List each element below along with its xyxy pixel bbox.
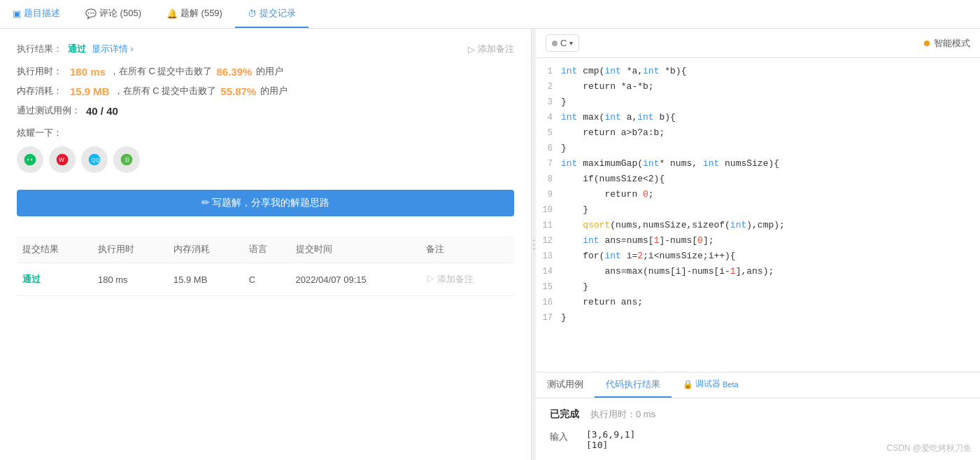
smart-dot-icon xyxy=(924,41,930,46)
result-detail-link[interactable]: 显示详情 › xyxy=(92,43,134,55)
editor-topbar: C ▾ 智能模式 xyxy=(536,29,980,58)
line-content: qsort(nums,numsSize,sizeof(int),cmp); xyxy=(561,218,980,233)
col-header-note: 备注 xyxy=(420,236,514,263)
line-content: int max(int a,int b){ xyxy=(561,110,980,125)
line-content: return a>b?a:b; xyxy=(561,125,980,141)
line-number: 17 xyxy=(536,310,561,326)
col-header-lang: 语言 xyxy=(243,236,290,263)
tab-test-case[interactable]: 测试用例 xyxy=(536,372,595,398)
line-content: int cmp(int *a,int *b){ xyxy=(561,64,980,79)
bottom-result-area: 已完成 执行用时：0 ms 输入 [3,6,9,1] [10] xyxy=(536,398,980,460)
test-cases-row: 通过测试用例： 40 / 40 xyxy=(17,104,514,117)
write-solution-button[interactable]: ✏ 写题解，分享我的解题思路 xyxy=(17,190,514,216)
tab-submissions[interactable]: ⏱ 提交记录 xyxy=(235,0,308,28)
line-number: 16 xyxy=(536,295,561,310)
line-content: } xyxy=(561,279,980,295)
line-number: 14 xyxy=(536,264,561,279)
table-row: 通过 180 ms 15.9 MB C 2022/04/07 09:15 ▷ 添… xyxy=(17,263,514,296)
lock-icon: 🔒 xyxy=(683,379,693,389)
row-submitted: 2022/04/07 09:15 xyxy=(290,263,420,296)
code-line: 10 } xyxy=(536,202,980,218)
code-line: 8 if(numsSize<2){ xyxy=(536,172,980,187)
description-icon: ▣ xyxy=(13,8,21,19)
memory-suffix: 的用户 xyxy=(260,85,287,97)
tab-comments[interactable]: 💬 评论 (505) xyxy=(73,0,154,28)
memory-desc: ，在所有 C 提交中击败了 xyxy=(114,85,217,97)
add-note-button[interactable]: ▷ 添加备注 xyxy=(468,43,514,55)
line-content: } xyxy=(561,141,980,156)
smart-mode-toggle[interactable]: 智能模式 xyxy=(924,37,970,50)
col-header-time: 执行用时 xyxy=(92,236,168,263)
submission-table: 提交结果 执行用时 内存消耗 语言 提交时间 备注 通过 180 ms 15.9… xyxy=(17,236,514,296)
debugger-beta-label: 🔒 调试器 Beta xyxy=(683,378,739,390)
line-content: for(int i=2;i<numsSize;i++){ xyxy=(561,249,980,264)
line-number: 10 xyxy=(536,202,561,218)
solutions-icon: 🔔 xyxy=(166,8,178,19)
code-line: 11 qsort(nums,numsSize,sizeof(int),cmp); xyxy=(536,218,980,233)
row-status: 通过 xyxy=(22,274,41,284)
language-selector[interactable]: C ▾ xyxy=(546,34,579,52)
line-content: int maximumGap(int* nums, int numsSize){ xyxy=(561,156,980,172)
code-line: 13 for(int i=2;i<numsSize;i++){ xyxy=(536,249,980,264)
douban-icon[interactable]: 豆 xyxy=(113,146,140,173)
line-number: 12 xyxy=(536,233,561,249)
main-layout: 执行结果： 通过 显示详情 › ▷ 添加备注 执行用时： 180 ms ，在所有… xyxy=(0,29,980,460)
wechat-icon[interactable] xyxy=(17,146,43,173)
exec-time-value: 180 ms xyxy=(70,66,106,78)
tab-solutions[interactable]: 🔔 题解 (559) xyxy=(154,0,235,28)
code-line: 15 } xyxy=(536,279,980,295)
line-content: } xyxy=(561,202,980,218)
line-content: ans=max(nums[i]-nums[i-1],ans); xyxy=(561,264,980,279)
code-line: 17} xyxy=(536,310,980,326)
test-cases-label: 通过测试用例： xyxy=(17,104,80,117)
test-cases-value: 40 / 40 xyxy=(86,105,118,117)
tab-exec-result[interactable]: 代码执行结果 xyxy=(595,372,672,398)
exec-time-pct: 86.39% xyxy=(217,66,253,78)
col-header-submitted: 提交时间 xyxy=(290,236,420,263)
input-values: [3,6,9,1] [10] xyxy=(586,429,635,450)
code-line: 16 return ans; xyxy=(536,295,980,310)
row-memory: 15.9 MB xyxy=(168,263,243,296)
line-content: return ans; xyxy=(561,295,980,310)
share-label: 炫耀一下： xyxy=(17,127,514,139)
completed-badge: 已完成 xyxy=(550,408,579,421)
lang-circle-icon xyxy=(552,41,558,46)
input-row: 输入 [3,6,9,1] [10] xyxy=(550,429,966,450)
code-line: 6} xyxy=(536,141,980,156)
result-row: 执行结果： 通过 显示详情 › ▷ 添加备注 xyxy=(17,43,514,55)
exec-time-label: 执行用时： xyxy=(17,65,66,78)
tab-description[interactable]: ▣ 题目描述 xyxy=(0,0,73,28)
chevron-down-icon: ▾ xyxy=(569,39,573,47)
line-content: } xyxy=(561,95,980,110)
row-add-note[interactable]: ▷ 添加备注 xyxy=(426,273,509,286)
line-content: int ans=nums[1]-nums[0]; xyxy=(561,233,980,249)
line-content: if(numsSize<2){ xyxy=(561,172,980,187)
line-number: 9 xyxy=(536,187,561,202)
row-lang: C xyxy=(243,263,290,296)
line-number: 1 xyxy=(536,64,561,79)
exec-time-display: 执行用时：0 ms xyxy=(590,408,655,421)
tab-debugger[interactable]: 🔒 调试器 Beta xyxy=(672,372,750,398)
bottom-tabs-bar: 测试用例 代码执行结果 🔒 调试器 Beta xyxy=(536,372,980,398)
line-number: 2 xyxy=(536,79,561,95)
line-content: } xyxy=(561,310,980,326)
exec-time-stat: 执行用时： 180 ms ，在所有 C 提交中击败了 86.39% 的用户 xyxy=(17,65,514,78)
code-line: 5 return a>b?a:b; xyxy=(536,125,980,141)
line-number: 8 xyxy=(536,172,561,187)
code-line: 2 return *a-*b; xyxy=(536,79,980,95)
memory-value: 15.9 MB xyxy=(70,85,110,97)
line-number: 3 xyxy=(536,95,561,110)
line-content: return 0; xyxy=(561,187,980,202)
social-icons-group: W QQ 豆 xyxy=(17,146,514,173)
submissions-icon: ⏱ xyxy=(248,8,257,19)
code-editor[interactable]: 1int cmp(int *a,int *b){2 return *a-*b;3… xyxy=(536,58,980,372)
add-note-icon: ▷ xyxy=(468,44,475,55)
weibo-icon[interactable]: W xyxy=(49,146,76,173)
code-line: 1int cmp(int *a,int *b){ xyxy=(536,64,980,79)
line-content: return *a-*b; xyxy=(561,79,980,95)
comments-icon: 💬 xyxy=(85,8,97,19)
qq-icon[interactable]: QQ xyxy=(81,146,108,173)
svg-text:QQ: QQ xyxy=(92,157,100,163)
line-number: 11 xyxy=(536,218,561,233)
svg-text:豆: 豆 xyxy=(125,156,130,163)
